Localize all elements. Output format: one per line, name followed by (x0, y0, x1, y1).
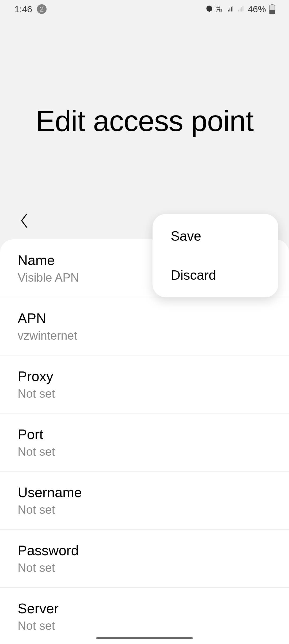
status-icons: Vo)LTE1 (205, 5, 245, 13)
svg-rect-4 (271, 4, 273, 5)
setting-row-username[interactable]: Username Not set (0, 471, 289, 530)
setting-label: Password (18, 542, 271, 558)
setting-label: Server (18, 600, 271, 616)
alarm-icon (205, 5, 214, 13)
setting-row-apn[interactable]: APN vzwinternet (0, 297, 289, 355)
setting-value: Not set (18, 445, 271, 458)
chevron-left-icon (19, 213, 29, 229)
battery-percent: 46% (248, 4, 266, 14)
svg-rect-3 (269, 10, 275, 14)
setting-label: Proxy (18, 368, 271, 384)
setting-value: Not set (18, 619, 271, 632)
menu-item-save[interactable]: Save (153, 217, 278, 256)
setting-row-server[interactable]: Server Not set (0, 588, 289, 644)
volte-icon: Vo)LTE1 (216, 6, 225, 13)
home-indicator[interactable] (96, 637, 193, 639)
page-title: Edit access point (16, 104, 273, 138)
signal-icon-2 (237, 6, 245, 13)
setting-label: APN (18, 310, 271, 326)
setting-label: Port (18, 426, 271, 442)
back-button[interactable] (19, 213, 29, 229)
battery-icon (269, 4, 276, 14)
setting-label: Username (18, 484, 271, 500)
setting-value: Not set (18, 387, 271, 400)
page-header: Edit access point (0, 18, 289, 213)
svg-text:Vo): Vo) (216, 6, 220, 9)
menu-item-discard[interactable]: Discard (153, 256, 278, 295)
setting-value: Not set (18, 503, 271, 516)
status-left: 1:46 2 (14, 4, 47, 14)
status-time: 1:46 (14, 4, 32, 14)
svg-text:LTE1: LTE1 (216, 9, 222, 12)
overflow-menu: Save Discard (153, 214, 278, 297)
status-right: Vo)LTE1 46% (205, 4, 276, 14)
setting-row-password[interactable]: Password Not set (0, 530, 289, 588)
setting-value: vzwinternet (18, 329, 271, 342)
notification-count-badge: 2 (37, 4, 47, 14)
setting-value: Not set (18, 561, 271, 574)
status-bar: 1:46 2 Vo)LTE1 46% (0, 0, 289, 18)
setting-row-port[interactable]: Port Not set (0, 413, 289, 471)
setting-row-proxy[interactable]: Proxy Not set (0, 355, 289, 413)
settings-list: Name Visible APN APN vzwinternet Proxy N… (0, 239, 289, 644)
signal-icon-1 (227, 6, 235, 13)
